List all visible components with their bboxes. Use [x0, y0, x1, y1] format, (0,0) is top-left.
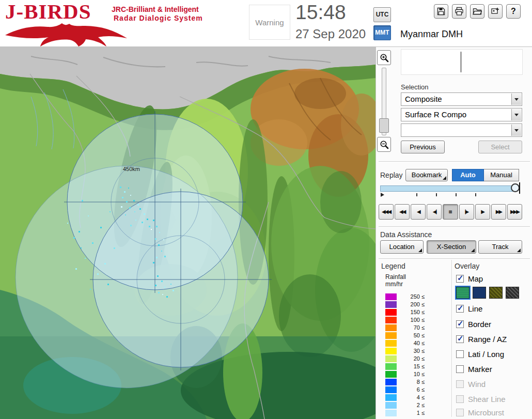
legend-threshold: 15 ≤ [399, 363, 425, 370]
location-button[interactable]: Location [380, 240, 424, 254]
rewind-fastest-button[interactable]: ◀◀◀ [379, 204, 394, 220]
checkbox-icon[interactable]: ✓ [456, 365, 464, 373]
legend-threshold: 30 ≤ [399, 348, 425, 354]
legend-swatch [385, 355, 397, 362]
warning-status: Warning [249, 5, 290, 40]
track-button[interactable]: Track [478, 240, 522, 254]
bookmark-button[interactable]: Bookmark [405, 169, 448, 181]
rewind-fast-button[interactable]: ◀◀ [395, 204, 410, 220]
timeline-tick [456, 193, 457, 196]
product-type-dropdown[interactable]: Composite [401, 92, 522, 106]
section-divider [379, 161, 530, 162]
product-value: Surface R Compo [405, 110, 466, 119]
legend-threshold: 2 ≤ [399, 402, 425, 409]
legend-row: 30 ≤ [385, 348, 443, 354]
legend-row: 250 ≤ [385, 293, 443, 300]
auto-mode-button[interactable]: Auto [452, 169, 484, 181]
overlay-item-line[interactable]: ✓ Line [455, 304, 531, 314]
overlay-item-label: Marker [468, 365, 492, 374]
legend-swatch [385, 317, 397, 323]
clock-time: 15:48 [295, 1, 346, 24]
checkbox-icon: ✓ [456, 395, 464, 403]
legend-row: 6 ≤ [385, 386, 443, 393]
radar-map-canvas[interactable]: 450km [0, 47, 375, 419]
overlay-item-label: Lati / Long [468, 350, 504, 359]
product-extra-dropdown[interactable] [401, 123, 522, 137]
chevron-down-icon[interactable] [511, 94, 521, 105]
capture-button[interactable] [488, 4, 503, 19]
legend-unit-1: Rainfall [385, 273, 406, 281]
overlay-item-label: Shear Line [468, 395, 506, 404]
open-folder-icon [473, 7, 482, 16]
checkbox-icon[interactable]: ✓ [456, 305, 464, 313]
play-reverse-button[interactable]: ◀ [411, 204, 426, 220]
logo-subtitle-2: Radar Dialogic System [114, 14, 203, 22]
checkbox-icon[interactable]: ✓ [456, 320, 464, 328]
jbirds-app: J-BIRDS JRC-Brilliant & Intelligent Rada… [0, 0, 532, 419]
legend-threshold: 1 ≤ [399, 410, 425, 416]
overlay-item-marker[interactable]: ✓ Marker [455, 365, 531, 374]
step-back-button[interactable]: ◀| [427, 204, 442, 220]
overlay-item-map[interactable]: ✓ Map [455, 274, 531, 284]
help-button[interactable]: ? [506, 4, 521, 19]
legend-swatch [385, 332, 397, 339]
radar-map[interactable]: 450km [0, 47, 375, 419]
legend-swatch [385, 410, 397, 416]
checkbox-icon[interactable]: ✓ [456, 275, 464, 283]
timezone-utc-button[interactable]: UTC [373, 7, 391, 22]
replay-mode-toggle: Auto Manual [452, 169, 519, 181]
replay-timeline-slider[interactable] [380, 185, 518, 192]
overlay-item-lati-long[interactable]: ✓ Lati / Long [455, 350, 531, 359]
forward-fast-button[interactable]: ▶▶ [491, 204, 506, 220]
chevron-down-icon[interactable] [511, 125, 521, 136]
header: J-BIRDS JRC-Brilliant & Intelligent Rada… [0, 0, 532, 47]
previous-button[interactable]: Previous [401, 141, 445, 153]
legend-swatch [385, 394, 397, 401]
checkbox-icon[interactable]: ✓ [456, 335, 464, 343]
map-style-swatch-navy[interactable] [473, 287, 486, 299]
step-forward-button[interactable]: |▶ [459, 204, 474, 220]
legend-swatch [385, 324, 397, 331]
site-name: Myanmar DMH [400, 29, 463, 40]
replay-timeline-thumb[interactable] [511, 183, 520, 192]
legend-threshold: 200 ≤ [399, 301, 425, 308]
stop-button[interactable]: ■ [443, 204, 458, 220]
legend-threshold: 250 ≤ [399, 293, 425, 300]
product-dropdown[interactable]: Surface R Compo [401, 108, 522, 121]
replay-label: Replay [380, 171, 403, 179]
legend-swatch [385, 301, 397, 308]
zoom-in-button[interactable] [377, 50, 391, 65]
legend-row: 4 ≤ [385, 394, 443, 401]
print-button[interactable] [452, 4, 466, 19]
zoom-slider-thumb[interactable] [379, 118, 389, 133]
legend-row: 2 ≤ [385, 402, 443, 409]
overlay-item-border[interactable]: ✓ Border [455, 320, 531, 329]
legend-row: 8 ≤ [385, 379, 443, 385]
legend-threshold: 8 ≤ [399, 379, 425, 385]
map-style-swatch-green[interactable] [456, 287, 470, 299]
chevron-down-icon[interactable] [511, 109, 521, 120]
legend-swatch [385, 363, 397, 370]
save-icon [436, 7, 446, 16]
open-folder-button[interactable] [470, 4, 484, 19]
play-button[interactable]: ▶ [475, 204, 490, 220]
logo-title: J-BIRDS [5, 0, 91, 24]
overlay-item-range-az[interactable]: ✓ Range / AZ [455, 335, 531, 344]
timezone-mmt-button[interactable]: MMT [373, 25, 391, 40]
overlay-item-label: Range / AZ [468, 335, 507, 344]
column-divider [451, 260, 452, 417]
xsection-button[interactable]: X-Section [427, 240, 476, 254]
zoom-out-button[interactable] [377, 137, 391, 152]
legend-row: 15 ≤ [385, 363, 443, 370]
map-style-swatch-olive[interactable] [489, 287, 503, 299]
map-style-swatch-gray[interactable] [506, 287, 519, 299]
site-listbox[interactable] [401, 49, 523, 75]
save-button[interactable] [434, 4, 448, 19]
data-assistance-label: Data Assistance [380, 230, 432, 239]
legend-swatch [385, 371, 397, 378]
checkbox-icon[interactable]: ✓ [456, 350, 464, 358]
legend-swatch [385, 340, 397, 347]
manual-mode-button[interactable]: Manual [484, 169, 519, 181]
timeline-tick [475, 193, 476, 196]
forward-fastest-button[interactable]: ▶▶▶ [507, 204, 522, 220]
